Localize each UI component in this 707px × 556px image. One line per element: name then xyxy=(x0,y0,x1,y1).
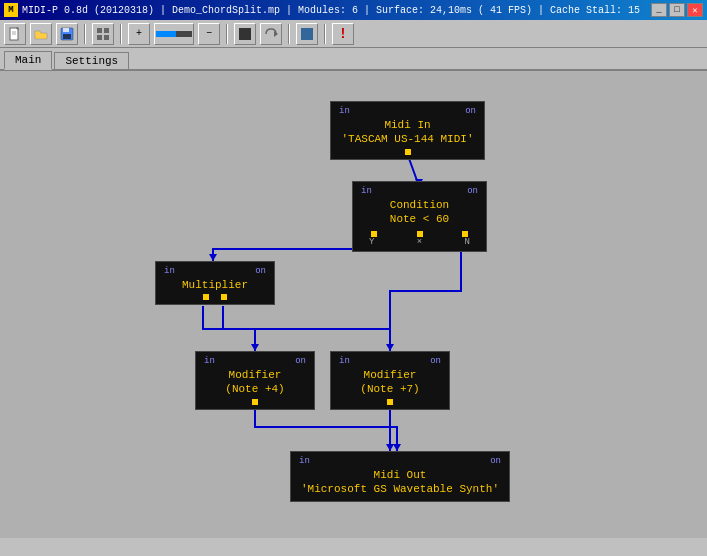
module-midi-out[interactable]: in on Midi Out 'Microsoft GS Wavetable S… xyxy=(290,451,510,502)
midi-out-device: 'Microsoft GS Wavetable Synth' xyxy=(299,482,501,496)
modifier2-expr: (Note +7) xyxy=(339,382,441,396)
condition-port-labels: Y × N xyxy=(361,237,478,247)
svg-rect-12 xyxy=(239,28,251,40)
svg-marker-19 xyxy=(251,344,259,351)
modifier1-expr: (Note +4) xyxy=(204,382,306,396)
progress-bar-button[interactable] xyxy=(154,23,194,45)
module-condition-header: in on xyxy=(361,186,478,196)
main-canvas[interactable]: in on Midi In 'TASCAM US-144 MIDI' in on… xyxy=(0,71,707,538)
condition-title: Condition xyxy=(361,198,478,212)
svg-rect-11 xyxy=(156,31,176,37)
title-bar: M MIDI-P 0.8d (20120318) | Demo_ChordSpl… xyxy=(0,0,707,20)
modifier2-ports xyxy=(339,399,441,405)
port-y-label: Y xyxy=(369,237,374,247)
midi-in-ports xyxy=(339,149,476,155)
tab-settings[interactable]: Settings xyxy=(54,52,129,69)
multiplier-title: Multiplier xyxy=(164,278,266,292)
svg-rect-4 xyxy=(63,28,69,32)
multiplier-port-2 xyxy=(221,294,227,300)
sep5 xyxy=(324,24,326,44)
app-icon: M xyxy=(4,3,18,17)
modifier2-output-port xyxy=(387,399,393,405)
port-n-label: N xyxy=(465,237,470,247)
loop-button[interactable] xyxy=(260,23,282,45)
open-button[interactable] xyxy=(30,23,52,45)
svg-marker-18 xyxy=(386,344,394,351)
module-modifier1[interactable]: in on Modifier (Note +4) xyxy=(195,351,315,410)
condition-on-label: on xyxy=(467,186,478,196)
save-button[interactable] xyxy=(56,23,78,45)
midi-out-in-label: in xyxy=(299,456,310,466)
svg-marker-17 xyxy=(209,254,217,261)
multiplier-on-label: on xyxy=(255,266,266,276)
sep3 xyxy=(226,24,228,44)
multiplier-port-1 xyxy=(203,294,209,300)
svg-rect-8 xyxy=(97,35,102,40)
modifier1-ports xyxy=(204,399,306,405)
condition-in-label: in xyxy=(361,186,372,196)
module-midi-in[interactable]: in on Midi In 'TASCAM US-144 MIDI' xyxy=(330,101,485,160)
modifier2-on-label: on xyxy=(430,356,441,366)
close-button[interactable]: ✕ xyxy=(687,3,703,17)
record-button[interactable] xyxy=(234,23,256,45)
svg-rect-9 xyxy=(104,35,109,40)
grid-button[interactable] xyxy=(92,23,114,45)
svg-rect-6 xyxy=(97,28,102,33)
minimize-button[interactable]: _ xyxy=(651,3,667,17)
minus-button[interactable]: − xyxy=(198,23,220,45)
midi-in-status-label: on xyxy=(465,106,476,116)
modifier1-in-label: in xyxy=(204,356,215,366)
title-text: MIDI-P 0.8d (20120318) | Demo_ChordSplit… xyxy=(22,5,640,16)
svg-marker-20 xyxy=(393,444,401,451)
new-button[interactable] xyxy=(4,23,26,45)
title-bar-left: M MIDI-P 0.8d (20120318) | Demo_ChordSpl… xyxy=(4,3,640,17)
module-modifier2[interactable]: in on Modifier (Note +7) xyxy=(330,351,450,410)
svg-rect-14 xyxy=(301,28,313,40)
multiplier-in-label: in xyxy=(164,266,175,276)
svg-marker-21 xyxy=(386,444,394,451)
multiplier-ports xyxy=(164,294,266,300)
sep1 xyxy=(84,24,86,44)
module-midi-out-header: in on xyxy=(299,456,501,466)
tab-main[interactable]: Main xyxy=(4,51,52,70)
module-modifier2-header: in on xyxy=(339,356,441,366)
svg-rect-5 xyxy=(63,34,71,39)
title-controls: _ □ ✕ xyxy=(651,3,703,17)
module-condition[interactable]: in on Condition Note < 60 Y × N xyxy=(352,181,487,252)
maximize-button[interactable]: □ xyxy=(669,3,685,17)
midi-out-on-label: on xyxy=(490,456,501,466)
modifier1-output-port xyxy=(252,399,258,405)
toolbar: + − ! xyxy=(0,20,707,48)
midi-in-title: Midi In xyxy=(339,118,476,132)
modifier1-on-label: on xyxy=(295,356,306,366)
panic-button[interactable]: ! xyxy=(332,23,354,45)
svg-rect-7 xyxy=(104,28,109,33)
condition-expr: Note < 60 xyxy=(361,212,478,226)
module-multiplier-header: in on xyxy=(164,266,266,276)
port-x-label: × xyxy=(417,237,422,247)
module-midi-in-header: in on xyxy=(339,106,476,116)
module-multiplier[interactable]: in on Multiplier xyxy=(155,261,275,305)
modifier2-title: Modifier xyxy=(339,368,441,382)
midi-in-port-label: in xyxy=(339,106,350,116)
add-button[interactable]: + xyxy=(128,23,150,45)
sep4 xyxy=(288,24,290,44)
modifier1-title: Modifier xyxy=(204,368,306,382)
sep2 xyxy=(120,24,122,44)
module-modifier1-header: in on xyxy=(204,356,306,366)
play-button[interactable] xyxy=(296,23,318,45)
tabs-bar: Main Settings xyxy=(0,48,707,71)
modifier2-in-label: in xyxy=(339,356,350,366)
midi-in-device: 'TASCAM US-144 MIDI' xyxy=(339,132,476,146)
midi-out-title: Midi Out xyxy=(299,468,501,482)
midi-in-output-port xyxy=(405,149,411,155)
